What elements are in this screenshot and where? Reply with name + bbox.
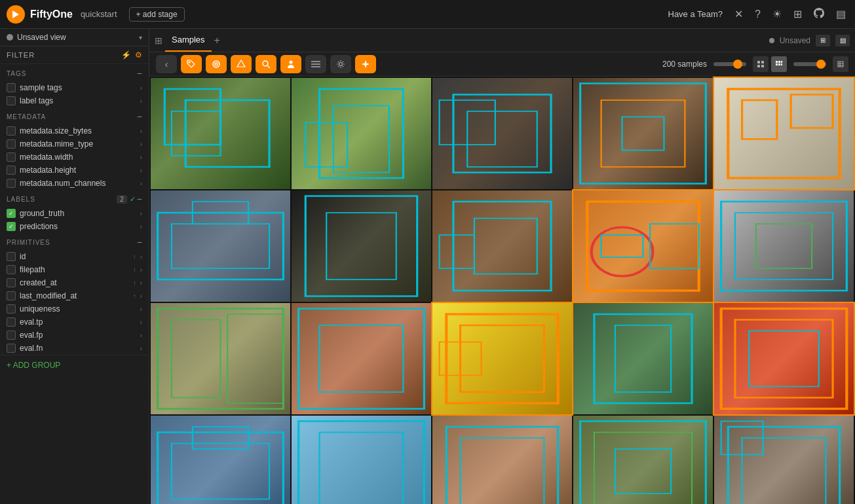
image-cell-14[interactable] <box>573 303 713 414</box>
image-cell-1[interactable] <box>151 78 290 189</box>
add-stage-button[interactable]: + add stage <box>129 7 185 22</box>
sidebar-item-created-at[interactable]: created_at ↑ › <box>0 276 149 289</box>
grid-icon[interactable]: ⊞ <box>791 7 805 22</box>
sidebar-item-height[interactable]: metadata.height › <box>0 164 149 177</box>
search-button[interactable] <box>256 55 276 73</box>
eval-tp-checkbox[interactable] <box>7 317 16 327</box>
metadata-collapse-icon[interactable]: − <box>137 111 142 122</box>
last-modified-checkbox[interactable] <box>7 291 16 300</box>
image-cell-20[interactable] <box>714 416 854 504</box>
settings-button[interactable] <box>330 55 351 73</box>
zoom-slider[interactable] <box>793 62 826 66</box>
tag-button[interactable] <box>181 55 202 73</box>
sidebar-item-sample-tags[interactable]: sample tags › <box>0 81 149 94</box>
sidebar-item-eval-tp[interactable]: eval.tp › <box>0 315 149 329</box>
sidebar-item-last-modified[interactable]: last_modified_at ↑ › <box>0 289 149 302</box>
image-cell-12[interactable] <box>292 303 431 414</box>
size-bytes-checkbox[interactable] <box>7 126 16 135</box>
created-at-checkbox[interactable] <box>7 278 16 287</box>
list-button[interactable] <box>305 55 326 73</box>
svg-rect-72 <box>193 427 248 449</box>
eval-fn-checkbox[interactable] <box>7 344 16 353</box>
github-icon[interactable] <box>811 7 827 22</box>
tags-collapse-icon[interactable]: − <box>137 68 142 79</box>
svg-rect-14 <box>761 61 764 63</box>
label-button[interactable] <box>206 55 227 73</box>
labels-collapse-icon[interactable]: − <box>137 194 142 204</box>
sidebar-item-filepath[interactable]: filepath ↑ › <box>0 263 149 276</box>
active-grid-view-btn[interactable] <box>771 56 787 72</box>
id-checkbox[interactable] <box>7 252 16 261</box>
sidebar-item-uniqueness[interactable]: uniqueness › <box>0 302 149 315</box>
svg-rect-18 <box>778 61 780 63</box>
sidebar-item-num-channels[interactable]: metadata.num_channels › <box>0 177 149 190</box>
image-cell-9[interactable] <box>573 190 713 302</box>
grid-view-btn[interactable] <box>753 56 769 72</box>
grid-size-slider[interactable] <box>713 62 746 66</box>
help-icon[interactable]: ? <box>752 7 763 22</box>
image-cell-16[interactable] <box>151 416 290 504</box>
color-button[interactable] <box>231 55 252 73</box>
grid-view-toggle[interactable]: ⊞ <box>816 35 830 46</box>
ground-truth-checkbox[interactable]: ✓ <box>7 209 16 218</box>
sidebar-item-label-tags[interactable]: label tags › <box>0 94 149 107</box>
image-cell-15[interactable] <box>714 303 854 414</box>
zoom-thumb[interactable] <box>816 60 826 69</box>
add-group-button[interactable]: + ADD GROUP <box>0 355 149 375</box>
image-cell-6[interactable] <box>151 190 290 302</box>
predictions-checkbox[interactable]: ✓ <box>7 222 16 231</box>
image-grid <box>151 78 854 504</box>
sidebar-item-eval-fn[interactable]: eval.fn › <box>0 342 149 355</box>
image-cell-2[interactable] <box>292 78 431 189</box>
ai-button[interactable] <box>355 55 376 73</box>
add-tab-button[interactable]: + <box>214 35 220 46</box>
back-button[interactable]: ‹ <box>156 55 177 73</box>
svg-rect-19 <box>781 61 782 63</box>
sidebar-item-predictions[interactable]: ✓ predictions › <box>0 220 149 233</box>
person-button[interactable] <box>280 55 301 73</box>
sidebar-item-size-bytes[interactable]: metadata.size_bytes › <box>0 124 149 137</box>
primitives-collapse-icon[interactable]: − <box>137 237 142 247</box>
sidebar-item-width[interactable]: metadata.width › <box>0 151 149 164</box>
sidebar-item-eval-fp[interactable]: eval.fp › <box>0 329 149 342</box>
sidebar-item-mime-type[interactable]: metadata.mime_type › <box>0 137 149 151</box>
image-cell-5[interactable] <box>714 78 854 189</box>
label-tags-checkbox[interactable] <box>7 96 16 105</box>
filepath-checkbox[interactable] <box>7 265 16 274</box>
table-view-btn[interactable] <box>833 56 848 72</box>
width-checkbox[interactable] <box>7 153 16 162</box>
sidebar-item-id[interactable]: id ↑ › <box>0 250 149 263</box>
image-13 <box>432 303 572 414</box>
tab-samples[interactable]: Samples <box>165 29 212 52</box>
image-11 <box>151 303 290 414</box>
view-selector[interactable]: Unsaved view ▾ <box>0 29 149 46</box>
image-cell-4[interactable] <box>573 78 713 189</box>
eval-fp-checkbox[interactable] <box>7 331 16 340</box>
mime-type-checkbox[interactable] <box>7 139 16 149</box>
labels-badge: 2 <box>117 195 127 204</box>
image-cell-13[interactable] <box>432 303 572 414</box>
lightning-icon[interactable]: ⚡ <box>121 50 131 60</box>
grid-size-thumb[interactable] <box>733 60 742 69</box>
sample-tags-checkbox[interactable] <box>7 83 16 92</box>
sidebar-toggle-icon[interactable]: ▤ <box>833 7 848 22</box>
eval-fp-chevron: › <box>140 332 142 339</box>
uniqueness-checkbox[interactable] <box>7 304 16 314</box>
sidebar-item-ground-truth[interactable]: ✓ ground_truth › <box>0 207 149 220</box>
list-view-toggle[interactable]: ▤ <box>835 35 850 46</box>
image-cell-17[interactable] <box>292 416 431 504</box>
image-cell-18[interactable] <box>432 416 572 504</box>
num-channels-label: metadata.num_channels <box>20 179 136 188</box>
sun-icon[interactable]: ☀ <box>770 7 784 22</box>
image-cell-3[interactable] <box>432 78 572 189</box>
image-cell-7[interactable] <box>292 190 431 302</box>
image-cell-19[interactable] <box>573 416 713 504</box>
num-channels-checkbox[interactable] <box>7 179 16 188</box>
close-icon[interactable]: ✕ <box>732 7 746 22</box>
image-cell-10[interactable] <box>714 190 854 302</box>
image-cell-11[interactable] <box>151 303 290 414</box>
settings-icon[interactable]: ⚙ <box>135 50 142 60</box>
image-cell-8[interactable] <box>432 190 572 302</box>
height-checkbox[interactable] <box>7 166 16 175</box>
topbar: FiftyOne quickstart + add stage Have a T… <box>0 0 855 29</box>
